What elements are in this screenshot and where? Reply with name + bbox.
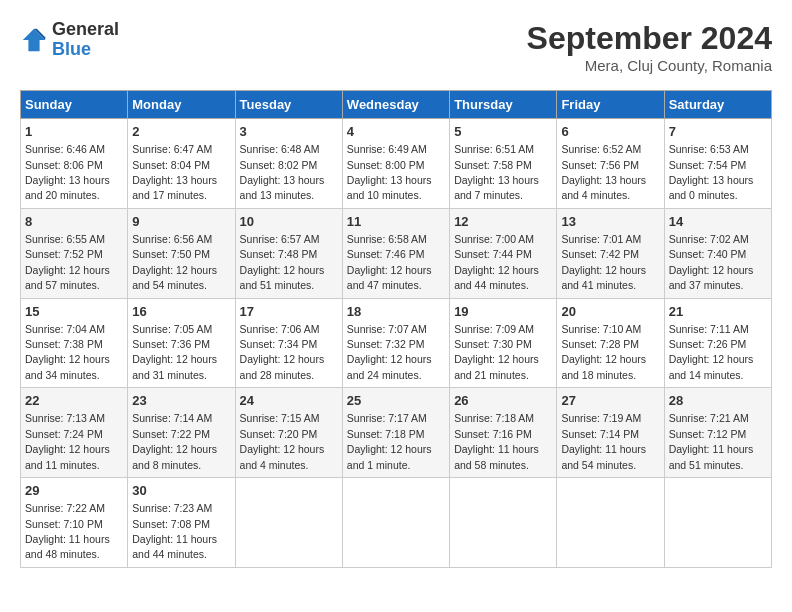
header-cell-wednesday: Wednesday — [342, 91, 449, 119]
day-info: Sunrise: 6:49 AM Sunset: 8:00 PM Dayligh… — [347, 143, 432, 201]
calendar-cell: 1Sunrise: 6:46 AM Sunset: 8:06 PM Daylig… — [21, 119, 128, 209]
day-number: 6 — [561, 123, 659, 141]
day-number: 27 — [561, 392, 659, 410]
calendar-cell — [342, 478, 449, 568]
day-number: 19 — [454, 303, 552, 321]
day-info: Sunrise: 6:57 AM Sunset: 7:48 PM Dayligh… — [240, 233, 325, 291]
calendar-week-1: 1Sunrise: 6:46 AM Sunset: 8:06 PM Daylig… — [21, 119, 772, 209]
calendar-cell: 28Sunrise: 7:21 AM Sunset: 7:12 PM Dayli… — [664, 388, 771, 478]
day-info: Sunrise: 7:23 AM Sunset: 7:08 PM Dayligh… — [132, 502, 217, 560]
day-info: Sunrise: 7:06 AM Sunset: 7:34 PM Dayligh… — [240, 323, 325, 381]
calendar-header: SundayMondayTuesdayWednesdayThursdayFrid… — [21, 91, 772, 119]
calendar-cell: 15Sunrise: 7:04 AM Sunset: 7:38 PM Dayli… — [21, 298, 128, 388]
calendar-cell: 22Sunrise: 7:13 AM Sunset: 7:24 PM Dayli… — [21, 388, 128, 478]
calendar-cell: 24Sunrise: 7:15 AM Sunset: 7:20 PM Dayli… — [235, 388, 342, 478]
day-number: 20 — [561, 303, 659, 321]
calendar-cell: 17Sunrise: 7:06 AM Sunset: 7:34 PM Dayli… — [235, 298, 342, 388]
calendar-week-4: 22Sunrise: 7:13 AM Sunset: 7:24 PM Dayli… — [21, 388, 772, 478]
day-info: Sunrise: 7:04 AM Sunset: 7:38 PM Dayligh… — [25, 323, 110, 381]
calendar-cell: 30Sunrise: 7:23 AM Sunset: 7:08 PM Dayli… — [128, 478, 235, 568]
day-info: Sunrise: 6:46 AM Sunset: 8:06 PM Dayligh… — [25, 143, 110, 201]
header-cell-tuesday: Tuesday — [235, 91, 342, 119]
day-number: 16 — [132, 303, 230, 321]
calendar-cell: 2Sunrise: 6:47 AM Sunset: 8:04 PM Daylig… — [128, 119, 235, 209]
calendar-cell: 7Sunrise: 6:53 AM Sunset: 7:54 PM Daylig… — [664, 119, 771, 209]
calendar-cell: 29Sunrise: 7:22 AM Sunset: 7:10 PM Dayli… — [21, 478, 128, 568]
logo-icon — [20, 26, 48, 54]
day-number: 15 — [25, 303, 123, 321]
header-cell-saturday: Saturday — [664, 91, 771, 119]
day-info: Sunrise: 7:01 AM Sunset: 7:42 PM Dayligh… — [561, 233, 646, 291]
calendar-body: 1Sunrise: 6:46 AM Sunset: 8:06 PM Daylig… — [21, 119, 772, 568]
day-number: 12 — [454, 213, 552, 231]
page-header: General Blue September 2024 Mera, Cluj C… — [20, 20, 772, 74]
calendar-cell: 27Sunrise: 7:19 AM Sunset: 7:14 PM Dayli… — [557, 388, 664, 478]
calendar-cell: 13Sunrise: 7:01 AM Sunset: 7:42 PM Dayli… — [557, 208, 664, 298]
calendar-subtitle: Mera, Cluj County, Romania — [527, 57, 772, 74]
calendar-cell: 18Sunrise: 7:07 AM Sunset: 7:32 PM Dayli… — [342, 298, 449, 388]
day-number: 26 — [454, 392, 552, 410]
calendar-cell — [235, 478, 342, 568]
calendar-cell: 6Sunrise: 6:52 AM Sunset: 7:56 PM Daylig… — [557, 119, 664, 209]
calendar-cell — [450, 478, 557, 568]
day-info: Sunrise: 7:10 AM Sunset: 7:28 PM Dayligh… — [561, 323, 646, 381]
day-info: Sunrise: 6:53 AM Sunset: 7:54 PM Dayligh… — [669, 143, 754, 201]
day-number: 1 — [25, 123, 123, 141]
calendar-cell — [557, 478, 664, 568]
calendar-cell: 12Sunrise: 7:00 AM Sunset: 7:44 PM Dayli… — [450, 208, 557, 298]
day-info: Sunrise: 7:18 AM Sunset: 7:16 PM Dayligh… — [454, 412, 539, 470]
day-info: Sunrise: 6:55 AM Sunset: 7:52 PM Dayligh… — [25, 233, 110, 291]
calendar-cell: 10Sunrise: 6:57 AM Sunset: 7:48 PM Dayli… — [235, 208, 342, 298]
calendar-cell: 23Sunrise: 7:14 AM Sunset: 7:22 PM Dayli… — [128, 388, 235, 478]
calendar-week-2: 8Sunrise: 6:55 AM Sunset: 7:52 PM Daylig… — [21, 208, 772, 298]
day-info: Sunrise: 6:48 AM Sunset: 8:02 PM Dayligh… — [240, 143, 325, 201]
header-cell-monday: Monday — [128, 91, 235, 119]
day-number: 14 — [669, 213, 767, 231]
day-number: 5 — [454, 123, 552, 141]
day-number: 25 — [347, 392, 445, 410]
day-info: Sunrise: 7:22 AM Sunset: 7:10 PM Dayligh… — [25, 502, 110, 560]
day-number: 23 — [132, 392, 230, 410]
calendar-cell — [664, 478, 771, 568]
day-info: Sunrise: 7:05 AM Sunset: 7:36 PM Dayligh… — [132, 323, 217, 381]
day-info: Sunrise: 7:15 AM Sunset: 7:20 PM Dayligh… — [240, 412, 325, 470]
calendar-cell: 26Sunrise: 7:18 AM Sunset: 7:16 PM Dayli… — [450, 388, 557, 478]
day-info: Sunrise: 7:11 AM Sunset: 7:26 PM Dayligh… — [669, 323, 754, 381]
day-info: Sunrise: 7:21 AM Sunset: 7:12 PM Dayligh… — [669, 412, 754, 470]
header-cell-thursday: Thursday — [450, 91, 557, 119]
day-number: 29 — [25, 482, 123, 500]
calendar-cell: 19Sunrise: 7:09 AM Sunset: 7:30 PM Dayli… — [450, 298, 557, 388]
day-number: 7 — [669, 123, 767, 141]
day-info: Sunrise: 6:47 AM Sunset: 8:04 PM Dayligh… — [132, 143, 217, 201]
calendar-week-3: 15Sunrise: 7:04 AM Sunset: 7:38 PM Dayli… — [21, 298, 772, 388]
day-info: Sunrise: 6:51 AM Sunset: 7:58 PM Dayligh… — [454, 143, 539, 201]
header-row: SundayMondayTuesdayWednesdayThursdayFrid… — [21, 91, 772, 119]
calendar-cell: 14Sunrise: 7:02 AM Sunset: 7:40 PM Dayli… — [664, 208, 771, 298]
day-info: Sunrise: 7:02 AM Sunset: 7:40 PM Dayligh… — [669, 233, 754, 291]
day-number: 17 — [240, 303, 338, 321]
day-info: Sunrise: 7:07 AM Sunset: 7:32 PM Dayligh… — [347, 323, 432, 381]
header-cell-sunday: Sunday — [21, 91, 128, 119]
calendar-cell: 16Sunrise: 7:05 AM Sunset: 7:36 PM Dayli… — [128, 298, 235, 388]
day-number: 9 — [132, 213, 230, 231]
day-number: 13 — [561, 213, 659, 231]
calendar-cell: 21Sunrise: 7:11 AM Sunset: 7:26 PM Dayli… — [664, 298, 771, 388]
day-number: 30 — [132, 482, 230, 500]
day-info: Sunrise: 7:13 AM Sunset: 7:24 PM Dayligh… — [25, 412, 110, 470]
day-number: 4 — [347, 123, 445, 141]
day-number: 10 — [240, 213, 338, 231]
day-info: Sunrise: 7:17 AM Sunset: 7:18 PM Dayligh… — [347, 412, 432, 470]
day-number: 22 — [25, 392, 123, 410]
calendar-table: SundayMondayTuesdayWednesdayThursdayFrid… — [20, 90, 772, 568]
day-info: Sunrise: 7:09 AM Sunset: 7:30 PM Dayligh… — [454, 323, 539, 381]
day-number: 28 — [669, 392, 767, 410]
calendar-cell: 9Sunrise: 6:56 AM Sunset: 7:50 PM Daylig… — [128, 208, 235, 298]
calendar-week-5: 29Sunrise: 7:22 AM Sunset: 7:10 PM Dayli… — [21, 478, 772, 568]
logo: General Blue — [20, 20, 119, 60]
day-number: 18 — [347, 303, 445, 321]
calendar-title: September 2024 — [527, 20, 772, 57]
day-number: 24 — [240, 392, 338, 410]
logo-text: General Blue — [52, 20, 119, 60]
calendar-cell: 5Sunrise: 6:51 AM Sunset: 7:58 PM Daylig… — [450, 119, 557, 209]
day-number: 8 — [25, 213, 123, 231]
